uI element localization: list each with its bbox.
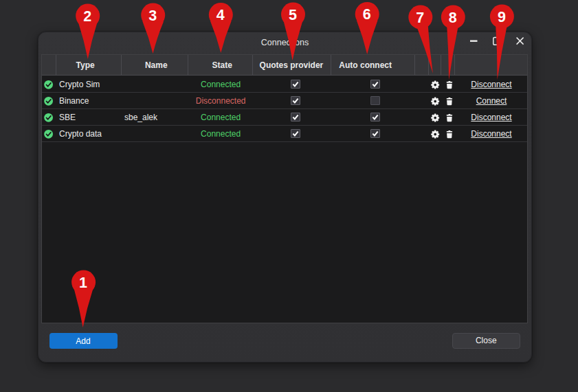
- svg-text:2: 2: [83, 8, 91, 25]
- svg-text:9: 9: [498, 9, 506, 25]
- svg-text:7: 7: [416, 10, 424, 26]
- svg-text:8: 8: [449, 10, 457, 26]
- svg-text:4: 4: [216, 7, 225, 23]
- svg-text:6: 6: [363, 6, 371, 23]
- svg-text:3: 3: [148, 8, 157, 24]
- svg-text:5: 5: [289, 7, 297, 23]
